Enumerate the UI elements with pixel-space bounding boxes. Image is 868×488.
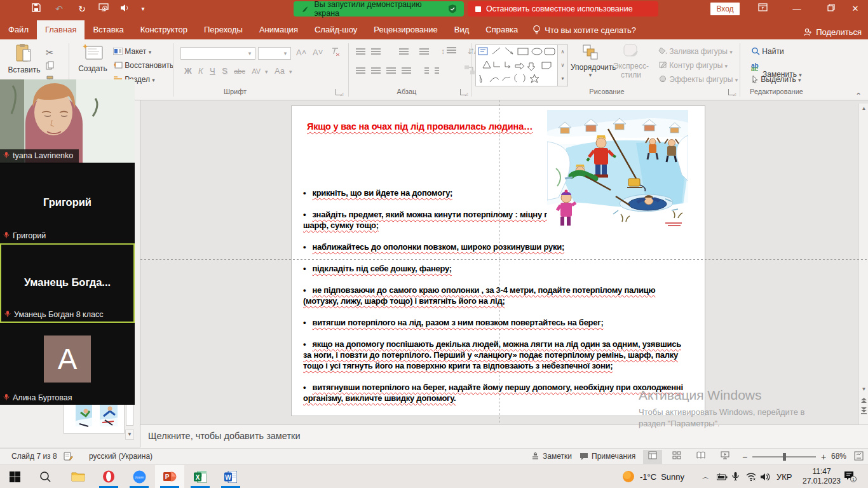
copy-icon[interactable] [46, 61, 55, 72]
slide-illustration[interactable] [547, 110, 688, 229]
zoom-out-button[interactable]: − [742, 452, 747, 462]
collapse-ribbon-icon[interactable]: ⌃ [855, 92, 862, 100]
select-button[interactable]: Выделить ▾ [751, 75, 801, 84]
indent-increase-icon[interactable] [419, 48, 435, 57]
zoom-in-button[interactable]: + [821, 452, 826, 462]
grow-font-icon[interactable]: A˄ [296, 48, 306, 57]
drawing-dialog-launcher[interactable] [728, 89, 735, 95]
cut-icon[interactable]: ✂ [46, 47, 54, 58]
speaker-icon[interactable] [761, 465, 770, 488]
zoom-slider-track[interactable] [752, 456, 816, 458]
comments-toggle[interactable]: Примечания [580, 452, 635, 461]
excel-button[interactable]: X [186, 465, 215, 488]
ribbon-display-options-icon[interactable] [750, 0, 775, 18]
shapes-gallery[interactable] [475, 44, 558, 86]
shapes-gallery-scroll[interactable]: ∧∨▾ [558, 44, 568, 86]
taskbar-clock[interactable]: 11:47 27.01.2023 [802, 467, 841, 486]
next-slide-icon[interactable] [859, 407, 868, 417]
italic-button[interactable]: К [198, 66, 203, 76]
previous-slide-icon[interactable] [859, 396, 868, 405]
file-explorer-button[interactable] [64, 465, 93, 488]
tab-help[interactable]: Справка [477, 20, 526, 39]
text-shadow-button[interactable]: S [222, 66, 227, 76]
new-slide-button[interactable]: Создать [76, 43, 109, 73]
font-dialog-launcher[interactable] [336, 89, 342, 95]
arrange-button[interactable]: Упорядочить ▾ [571, 43, 610, 78]
signin-button[interactable]: Вход [710, 3, 740, 15]
tell-me-box[interactable]: Что вы хотите сделать? [526, 20, 642, 39]
tray-overflow-icon[interactable]: ︿ [702, 465, 709, 488]
shape-fill-button[interactable]: Заливка фигуры ▾ [658, 47, 733, 56]
normal-view-button[interactable] [643, 450, 662, 464]
find-button[interactable]: Найти [751, 47, 784, 56]
audio-icon[interactable] [118, 3, 132, 15]
shape-outline-button[interactable]: Контур фигуры ▾ [658, 61, 728, 70]
tab-view[interactable]: Вид [446, 20, 478, 39]
fit-to-window-button[interactable] [854, 451, 864, 463]
line-spacing-icon[interactable]: ↕ [441, 47, 462, 56]
font-size-combo[interactable]: ▾ [258, 47, 291, 60]
thumbnails-scroll-down-icon[interactable]: ▼ [125, 430, 134, 440]
bullets-icon[interactable] [356, 48, 386, 57]
microphone-icon[interactable] [732, 465, 739, 488]
tab-insert[interactable]: Вставка [85, 20, 132, 39]
redo-icon[interactable]: ↻ [75, 3, 89, 15]
paragraph-dialog-launcher[interactable] [460, 89, 466, 95]
scroll-down-icon[interactable]: ▼ [859, 384, 868, 394]
tab-design[interactable]: Конструктор [132, 20, 196, 39]
notes-toggle[interactable]: Заметки [531, 452, 572, 461]
participant-tile-active-speaker[interactable]: Уманець Богда... Уманець Богдан 8 класс [0, 243, 135, 323]
participant-tile[interactable]: Григорий Григорий [0, 163, 135, 243]
share-button[interactable]: Поделиться [803, 27, 862, 37]
notes-placeholder[interactable]: Щелкните, чтобы добавить заметки [148, 431, 300, 441]
indent-decrease-icon[interactable] [399, 48, 414, 57]
clear-formatting-icon[interactable] [330, 48, 340, 58]
quick-styles-button[interactable]: Экспресс-стили [611, 43, 651, 79]
language-switcher[interactable]: УКР [776, 465, 792, 488]
change-case-button[interactable]: Aa [275, 66, 285, 76]
taskbar-search-button[interactable] [31, 465, 60, 488]
bold-button[interactable]: Ж [184, 66, 192, 76]
tab-review[interactable]: Рецензирование [365, 20, 445, 39]
columns-icon[interactable] [424, 67, 445, 76]
reset-slide-button[interactable]: Восстановить [113, 61, 173, 70]
tab-file[interactable]: Файл [0, 20, 37, 39]
save-icon[interactable] [29, 3, 43, 15]
zoom-app-button[interactable]: zoom [125, 465, 154, 488]
battery-icon[interactable] [717, 465, 728, 488]
layout-button[interactable]: Макет ▾ [113, 47, 151, 56]
tab-transitions[interactable]: Переходы [196, 20, 251, 39]
tab-home[interactable]: Главная [37, 20, 85, 39]
action-center-button[interactable]: 1 [844, 465, 857, 488]
font-name-combo[interactable]: ▾ [180, 47, 255, 60]
opera-button[interactable] [94, 465, 123, 488]
undo-icon[interactable]: ↶ [52, 3, 66, 15]
strikethrough-button[interactable]: abc [234, 67, 245, 75]
smartart-convert-icon[interactable] [464, 65, 475, 77]
restore-button[interactable] [818, 0, 844, 18]
wifi-icon[interactable] [746, 465, 756, 488]
slide-scrollbar[interactable]: ▲ ▼ [858, 104, 868, 424]
shape-effects-button[interactable]: Эффекты фигуры ▾ [658, 75, 738, 84]
powerpoint-button[interactable]: P [155, 465, 184, 488]
horizontal-guide[interactable] [140, 259, 868, 260]
tab-animations[interactable]: Анимация [251, 20, 306, 39]
zoom-percent[interactable]: 68% [831, 452, 846, 461]
language-indicator[interactable]: русский (Украина) [89, 452, 153, 461]
underline-button[interactable]: Ч [210, 66, 215, 76]
scroll-up-icon[interactable]: ▲ [859, 104, 868, 113]
shrink-font-icon[interactable]: A˅ [313, 48, 323, 57]
slide-canvas[interactable]: Якщо у вас на очах під лід провалилась л… [291, 105, 705, 416]
align-buttons[interactable] [356, 67, 417, 76]
reading-view-button[interactable] [691, 450, 710, 464]
spellcheck-icon[interactable] [64, 451, 73, 463]
thumbnails-scrollbar[interactable]: ▼ [125, 399, 134, 447]
char-spacing-button[interactable]: AV [252, 67, 261, 75]
stop-share-button[interactable]: Остановить совместное использование [468, 1, 658, 17]
participant-tile[interactable]: А Алина Буртовая [0, 323, 135, 405]
minimize-button[interactable]: — [784, 0, 810, 18]
vertical-guide[interactable] [499, 100, 499, 424]
participant-video-tile[interactable]: tyana Lavrinenko [0, 79, 135, 163]
slideshow-view-button[interactable] [715, 450, 735, 464]
close-button[interactable]: ✕ [843, 0, 868, 18]
